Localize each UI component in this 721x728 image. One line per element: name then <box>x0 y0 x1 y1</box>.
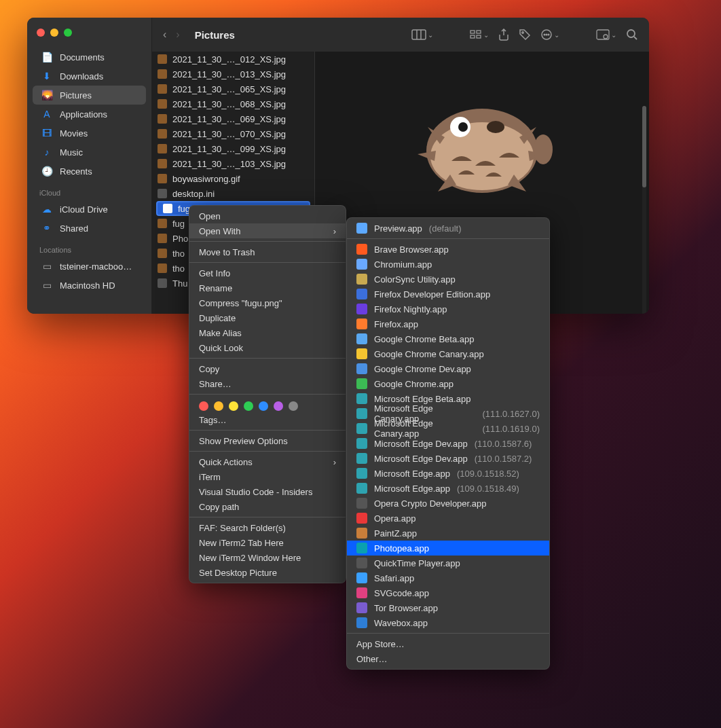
share-button[interactable] <box>498 29 509 41</box>
open-with-app[interactable]: Google Chrome Canary.app <box>347 346 549 361</box>
tag-color[interactable] <box>199 401 208 411</box>
menu-item[interactable]: Copy path <box>189 499 346 514</box>
sidebar-item-location[interactable]: ▭Macintosh HD <box>33 276 146 295</box>
forward-button[interactable]: › <box>176 29 179 41</box>
file-name: 2021_11_30_…_099_XS.jpg <box>172 144 286 154</box>
file-row[interactable]: 2021_11_30_…_012_XS.jpg <box>152 52 314 67</box>
open-with-app[interactable]: PaintZ.app <box>347 526 549 541</box>
open-with-footer-item[interactable]: Other… <box>347 651 549 666</box>
menu-item[interactable]: Quick Look <box>189 340 346 355</box>
open-with-app[interactable]: Google Chrome.app <box>347 376 549 391</box>
open-with-app[interactable]: SVGcode.app <box>347 585 549 600</box>
open-with-app[interactable]: Brave Browser.app <box>347 242 549 257</box>
open-with-app[interactable]: Chromium.app <box>347 257 549 272</box>
open-with-app[interactable]: Microsoft Edge Dev.app (110.0.1587.2) <box>347 451 549 466</box>
file-row[interactable]: 2021_11_30_…_103_XS.jpg <box>152 156 314 171</box>
open-with-app[interactable]: Tor Browser.app <box>347 600 549 615</box>
open-with-app[interactable]: QuickTime Player.app <box>347 556 549 570</box>
menu-item[interactable]: Move to Trash <box>189 244 346 259</box>
tag-color[interactable] <box>229 401 238 411</box>
open-with-app[interactable]: ColorSync Utility.app <box>347 272 549 287</box>
tags-button[interactable] <box>519 29 531 41</box>
menu-item[interactable]: Get Info <box>189 266 346 280</box>
menu-item[interactable]: Make Alias <box>189 325 346 340</box>
menu-item[interactable]: Copy <box>189 361 346 376</box>
sidebar-item-movies[interactable]: 🎞Movies <box>33 124 146 143</box>
menu-item[interactable]: Tags… <box>189 412 346 427</box>
menu-item[interactable]: Open With› <box>189 223 346 238</box>
app-icon <box>356 498 367 509</box>
preview-scrollbar-thumb[interactable] <box>642 106 646 187</box>
sidebar-item-label: iCloud Drive <box>60 204 108 215</box>
sidebar-item-shared[interactable]: ⚭Shared <box>33 219 146 238</box>
file-row[interactable]: desktop.ini <box>152 186 314 201</box>
menu-item[interactable]: Visual Studio Code - Insiders <box>189 484 346 499</box>
sidebar-item-recents[interactable]: 🕘Recents <box>33 162 146 181</box>
file-row[interactable]: 2021_11_30_…_068_XS.jpg <box>152 96 314 111</box>
tag-color[interactable] <box>214 401 223 411</box>
menu-item[interactable]: Duplicate <box>189 310 346 325</box>
sidebar-item-applications[interactable]: AApplications <box>33 105 146 124</box>
open-with-app[interactable]: Microsoft Edge Dev.app (110.0.1587.6) <box>347 436 549 451</box>
group-button[interactable]: ⌄ <box>470 30 489 39</box>
tag-color[interactable] <box>244 401 253 411</box>
context-menu[interactable]: OpenOpen With›Move to TrashGet InfoRenam… <box>189 205 346 583</box>
open-with-app[interactable]: Firefox.app <box>347 316 549 331</box>
search-button[interactable] <box>626 29 638 41</box>
open-with-submenu[interactable]: Preview.app (default)Brave Browser.appCh… <box>346 217 550 670</box>
open-with-app[interactable]: Google Chrome Dev.app <box>347 361 549 376</box>
menu-item[interactable]: FAF: Search Folder(s) <box>189 520 346 535</box>
sidebar-item-downloads[interactable]: ⬇︎Downloads <box>33 67 146 86</box>
menu-item[interactable]: Compress "fugu.png" <box>189 295 346 310</box>
open-with-app[interactable]: Safari.app <box>347 570 549 585</box>
menu-item[interactable]: New iTerm2 Window Here <box>189 550 346 565</box>
minimize-window-button[interactable] <box>50 29 58 37</box>
open-with-app[interactable]: Microsoft Edge Canary.app (111.0.1619.0) <box>347 421 549 436</box>
tag-color[interactable] <box>289 401 298 411</box>
icloud-icon: ☁︎ <box>41 204 53 215</box>
file-row[interactable]: 2021_11_30_…_099_XS.jpg <box>152 141 314 156</box>
menu-item[interactable]: Show Preview Options <box>189 433 346 448</box>
file-row[interactable]: 2021_11_30_…_070_XS.jpg <box>152 126 314 141</box>
open-with-app[interactable]: Microsoft Edge.app (109.0.1518.52) <box>347 466 549 481</box>
file-row[interactable]: 2021_11_30_…_013_XS.jpg <box>152 67 314 81</box>
open-with-app[interactable]: Opera Crypto Developer.app <box>347 496 549 511</box>
file-name: 2021_11_30_…_068_XS.jpg <box>172 99 286 109</box>
menu-item[interactable]: Open <box>189 208 346 223</box>
open-with-footer-item[interactable]: App Store… <box>347 636 549 651</box>
tag-color[interactable] <box>274 401 283 411</box>
open-with-app[interactable]: Opera.app <box>347 511 549 526</box>
app-icon <box>356 289 367 299</box>
sidebar-item-pictures[interactable]: 🌄Pictures <box>33 86 146 105</box>
menu-item[interactable]: Share… <box>189 376 346 391</box>
more-button[interactable]: ⌄ <box>540 29 559 41</box>
open-with-app[interactable]: Firefox Nightly.app <box>347 302 549 316</box>
open-with-app[interactable]: Microsoft Edge.app (109.0.1518.49) <box>347 481 549 496</box>
actions-button[interactable]: ⌄ <box>596 29 616 40</box>
open-with-app[interactable]: Photopea.app <box>347 541 549 556</box>
view-columns-button[interactable]: ⌄ <box>411 29 433 40</box>
tag-color[interactable] <box>259 401 268 411</box>
open-with-app[interactable]: Wavebox.app <box>347 615 549 630</box>
menu-item[interactable]: New iTerm2 Tab Here <box>189 535 346 550</box>
file-name: fug <box>172 219 185 229</box>
open-with-app[interactable]: Firefox Developer Edition.app <box>347 287 549 302</box>
open-with-app[interactable]: Preview.app (default) <box>347 221 549 236</box>
close-window-button[interactable] <box>37 29 45 37</box>
sidebar-item-icloud-drive[interactable]: ☁︎iCloud Drive <box>33 200 146 219</box>
svg-rect-4 <box>470 35 475 38</box>
file-row[interactable]: 2021_11_30_…_065_XS.jpg <box>152 81 314 96</box>
sidebar-item-music[interactable]: ♪Music <box>33 143 146 162</box>
menu-item[interactable]: Rename <box>189 280 346 295</box>
menu-item[interactable]: Set Desktop Picture <box>189 565 346 580</box>
sidebar-item-location[interactable]: ▭tsteiner-macboo… <box>33 257 146 276</box>
app-name: Microsoft Edge Dev.app <box>374 454 468 464</box>
file-row[interactable]: boywasiwrong.gif <box>152 171 314 186</box>
menu-item[interactable]: Quick Actions› <box>189 454 346 469</box>
file-row[interactable]: 2021_11_30_…_069_XS.jpg <box>152 111 314 126</box>
fullscreen-window-button[interactable] <box>64 29 72 37</box>
back-button[interactable]: ‹ <box>163 29 166 41</box>
sidebar-item-documents[interactable]: 📄Documents <box>33 48 146 67</box>
open-with-app[interactable]: Google Chrome Beta.app <box>347 331 549 346</box>
menu-item[interactable]: iTerm <box>189 469 346 484</box>
